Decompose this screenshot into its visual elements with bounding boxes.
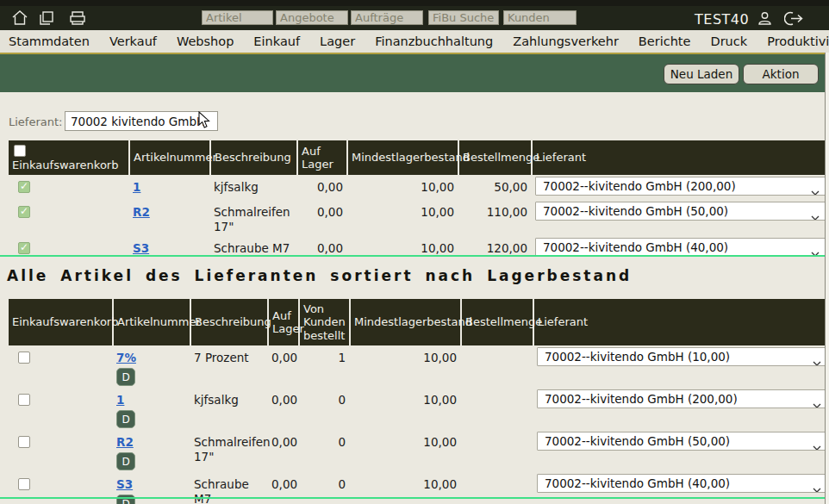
von-kunden-value: 0 bbox=[299, 472, 350, 504]
user-icon[interactable] bbox=[757, 10, 773, 29]
quick-search-auftraege[interactable] bbox=[351, 10, 423, 25]
bestellmenge-value bbox=[461, 472, 533, 504]
supplier-select[interactable]: 70002--kivitendo GmbH (40,00) bbox=[537, 474, 829, 493]
quick-search-fibu[interactable] bbox=[428, 10, 499, 25]
auf-lager-value: 0,00 bbox=[268, 388, 299, 430]
supplier-select[interactable]: 70002--kivitendo GmbH (200,00) bbox=[535, 177, 829, 196]
article-description: 7 Prozent bbox=[190, 345, 268, 388]
col-artikelnummer: Artikelnummer bbox=[113, 299, 190, 345]
menu-druck[interactable]: Druck bbox=[710, 34, 747, 48]
table-row: R2 Schmalreifen 17" 0,00 10,00 110,00 70… bbox=[9, 200, 829, 236]
row-checkbox[interactable] bbox=[18, 206, 30, 218]
logout-icon[interactable] bbox=[784, 10, 805, 29]
article-description: Schmalreifen 17" bbox=[190, 430, 268, 472]
mindestlagerbestand-value: 10,00 bbox=[347, 236, 458, 261]
article-description: kjfsalkg bbox=[210, 175, 297, 200]
article-link[interactable]: 1 bbox=[116, 393, 124, 407]
col-auf-lager: Auf Lager bbox=[297, 140, 347, 175]
row-checkbox[interactable] bbox=[18, 436, 30, 448]
supplier-input[interactable] bbox=[65, 111, 218, 131]
mouse-cursor bbox=[198, 111, 212, 132]
article-link[interactable]: R2 bbox=[116, 435, 134, 449]
menu-berichte[interactable]: Berichte bbox=[639, 34, 691, 48]
row-checkbox[interactable] bbox=[18, 242, 30, 254]
menu-lager[interactable]: Lager bbox=[320, 34, 355, 48]
menu-verkauf[interactable]: Verkauf bbox=[109, 34, 157, 48]
row-checkbox[interactable] bbox=[18, 478, 30, 490]
quick-search-artikel[interactable] bbox=[202, 10, 273, 25]
mindestlagerbestand-value: 10,00 bbox=[347, 175, 458, 200]
reload-button[interactable]: Neu Laden bbox=[664, 64, 739, 84]
cart-table: Einkaufswarenkorb Artikelnummer Beschrei… bbox=[9, 140, 829, 261]
mindestlagerbestand-value: 10,00 bbox=[347, 200, 458, 236]
article-link[interactable]: S3 bbox=[116, 477, 133, 491]
separator-line bbox=[0, 497, 829, 499]
table-row: 1 D kjfsalkg 0,00 0 10,00 70002--kiviten… bbox=[9, 388, 829, 430]
article-description: Schraube M7 bbox=[210, 236, 297, 261]
row-checkbox[interactable] bbox=[18, 394, 30, 406]
article-link[interactable]: 7% bbox=[116, 351, 136, 364]
col-artikelnummer: Artikelnummer bbox=[129, 140, 210, 175]
col-einkaufswarenkorb: Einkaufswarenkorb bbox=[9, 140, 129, 175]
col-auf-lager: Auf Lager bbox=[268, 299, 299, 345]
row-checkbox[interactable] bbox=[18, 181, 30, 193]
chevron-down-icon bbox=[811, 184, 820, 196]
login-name: TEST40 bbox=[695, 11, 749, 28]
menu-zahlungsverkehr[interactable]: Zahlungsverkehr bbox=[513, 34, 619, 48]
bestellmenge-value bbox=[461, 345, 533, 388]
auf-lager-value: 0,00 bbox=[268, 430, 299, 472]
menu-einkauf[interactable]: Einkauf bbox=[253, 34, 300, 48]
menu-stammdaten[interactable]: Stammdaten bbox=[9, 34, 90, 48]
chevron-down-icon bbox=[813, 439, 821, 451]
article-link[interactable]: 1 bbox=[133, 180, 140, 194]
col-beschreibung: Beschreibung bbox=[210, 140, 297, 175]
supplier-select[interactable]: 70002--kivitendo GmbH (200,00) bbox=[537, 389, 829, 408]
home-icon[interactable] bbox=[11, 9, 28, 29]
article-description: Schmalreifen 17" bbox=[210, 200, 297, 236]
quick-search-angebote[interactable] bbox=[276, 10, 348, 25]
document-badge[interactable]: D bbox=[116, 410, 135, 428]
mindestlagerbestand-value: 10,00 bbox=[350, 388, 461, 430]
auf-lager-value: 0,00 bbox=[297, 175, 347, 200]
col-lieferant: Lieferant bbox=[532, 140, 829, 175]
row-checkbox[interactable] bbox=[18, 352, 30, 364]
menu-finanzbuchhaltung[interactable]: Finanzbuchhaltung bbox=[375, 34, 493, 48]
chevron-down-icon bbox=[813, 396, 821, 408]
chevron-down-icon bbox=[813, 481, 821, 493]
document-badge[interactable]: D bbox=[116, 368, 135, 386]
print-icon[interactable] bbox=[68, 9, 87, 29]
article-link[interactable]: R2 bbox=[133, 205, 150, 219]
bestellmenge-value bbox=[461, 388, 533, 430]
article-description: kjfsalkg bbox=[190, 388, 268, 430]
mindestlagerbestand-value: 10,00 bbox=[350, 472, 461, 504]
quick-search-kunden[interactable] bbox=[503, 10, 577, 25]
von-kunden-value: 0 bbox=[299, 388, 350, 430]
document-badge[interactable]: D bbox=[116, 452, 135, 470]
bestellmenge-value: 120,00 bbox=[458, 236, 532, 261]
auf-lager-value: 0,00 bbox=[268, 472, 299, 504]
article-description: Schraube M7 bbox=[190, 472, 268, 504]
supplier-select[interactable]: 70002--kivitendo GmbH (10,00) bbox=[537, 347, 829, 366]
bestellmenge-value: 110,00 bbox=[458, 200, 532, 236]
supplier-select[interactable]: 70002--kivitendo GmbH (50,00) bbox=[535, 202, 829, 221]
page-title: Alle Artikel des Lieferanten sortiert na… bbox=[7, 267, 632, 284]
windows-icon[interactable] bbox=[38, 9, 55, 29]
supplier-select[interactable]: 70002--kivitendo GmbH (40,00) bbox=[535, 238, 829, 257]
col-mindestlagerbestand: Mindestlagerbestand bbox=[347, 140, 458, 175]
supplier-label: Lieferant: bbox=[9, 115, 62, 128]
action-button[interactable]: Aktion bbox=[743, 64, 819, 84]
auf-lager-value: 0,00 bbox=[268, 345, 299, 388]
col-einkaufswarenkorb: Einkaufswarenkorb bbox=[9, 299, 113, 345]
menu-produktivitaet[interactable]: Produktivität bbox=[767, 34, 829, 48]
menu-webshop[interactable]: Webshop bbox=[177, 34, 234, 48]
vertical-scrollbar[interactable] bbox=[825, 53, 829, 504]
bestellmenge-value: 50,00 bbox=[458, 175, 532, 200]
main-menu: Stammdaten Verkauf Webshop Einkauf Lager… bbox=[0, 30, 829, 53]
select-all-checkbox[interactable] bbox=[14, 145, 26, 157]
document-badge[interactable]: D bbox=[116, 495, 135, 504]
separator-line bbox=[0, 255, 829, 257]
article-link[interactable]: S3 bbox=[133, 241, 149, 255]
topbar: TEST40 bbox=[0, 6, 829, 30]
supplier-select[interactable]: 70002--kivitendo GmbH (50,00) bbox=[537, 432, 829, 451]
table-row: R2 D Schmalreifen 17" 0,00 0 10,00 70002… bbox=[9, 430, 829, 472]
